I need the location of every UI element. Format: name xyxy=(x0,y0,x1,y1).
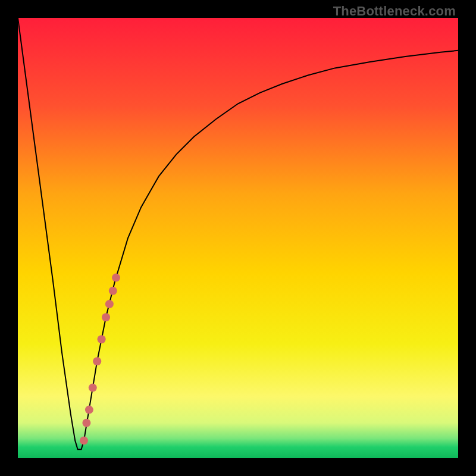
chart-frame: TheBottleneck.com xyxy=(0,0,476,476)
plot-area xyxy=(18,18,458,458)
highlight-dot xyxy=(82,419,90,427)
highlight-dot xyxy=(112,274,120,282)
highlight-dot xyxy=(98,335,106,343)
highlight-dot xyxy=(102,313,110,321)
curve-layer xyxy=(18,18,458,458)
highlight-dot xyxy=(109,287,117,295)
highlight-dot xyxy=(93,357,101,365)
highlight-dot xyxy=(80,436,88,444)
highlight-dots xyxy=(80,274,120,445)
highlight-dot xyxy=(89,384,97,392)
highlight-dot xyxy=(85,406,93,414)
watermark-text: TheBottleneck.com xyxy=(333,4,456,19)
bottleneck-curve xyxy=(18,18,458,449)
highlight-dot xyxy=(105,300,114,308)
